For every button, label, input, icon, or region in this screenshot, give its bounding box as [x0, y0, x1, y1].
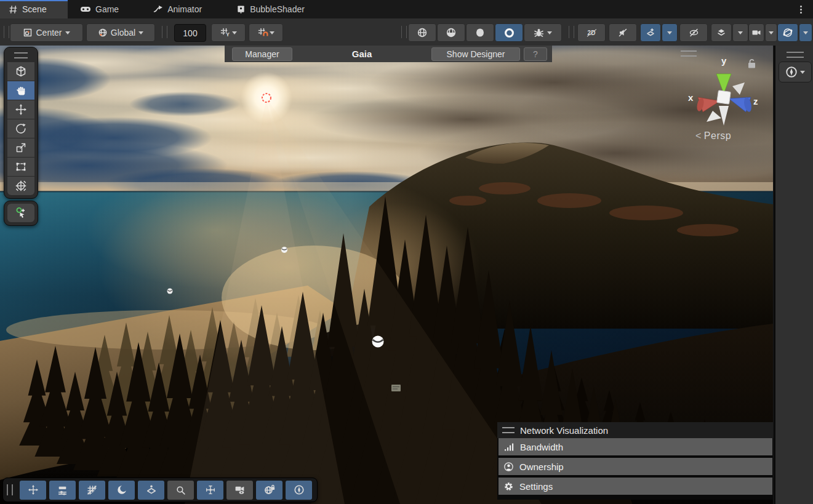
axis-x-label: x — [688, 92, 694, 103]
overlay-properties-button[interactable] — [49, 481, 76, 500]
network-drag-handle[interactable] — [502, 427, 515, 433]
tools-overlay — [4, 47, 38, 226]
gaia-title: Gaia — [292, 49, 431, 59]
scene-visibility-button[interactable] — [679, 23, 708, 42]
transform-tool-button[interactable] — [7, 177, 34, 195]
wireframe-sphere-icon — [417, 27, 428, 38]
bandwidth-bars-icon — [503, 442, 515, 452]
scale-tool-button[interactable] — [7, 138, 34, 157]
add-gameobject-tool-button[interactable] — [7, 204, 34, 222]
shaded-ring-icon — [503, 27, 515, 39]
network-ownership-button[interactable]: Ownership — [499, 458, 772, 475]
gaia-help-button[interactable]: ? — [524, 47, 547, 61]
probe-gizmo-icon[interactable] — [281, 247, 287, 253]
rotate-tool-button[interactable] — [7, 119, 34, 138]
scene-viewport[interactable]: Manager Gaia Show Designer ? — [0, 46, 773, 504]
camera-dropdown[interactable] — [765, 23, 777, 42]
scene-effects-button[interactable] — [711, 23, 732, 42]
snap-increment-input[interactable]: 100 — [174, 24, 206, 42]
tab-game[interactable]: Game — [71, 0, 127, 18]
tab-scene[interactable]: Scene — [0, 0, 68, 18]
gaia-show-designer-button[interactable]: Show Designer — [431, 47, 520, 61]
probe-gizmo-icon[interactable] — [167, 289, 173, 294]
network-settings-button[interactable]: Settings — [499, 478, 772, 495]
scene-gizmo-globe-icon — [782, 27, 793, 38]
toggle-audio-button[interactable] — [609, 23, 637, 42]
hand-icon — [15, 85, 27, 97]
chevron-down-icon — [547, 31, 552, 37]
chevron-down-icon — [803, 31, 808, 37]
tab-animator[interactable]: Animator — [145, 0, 210, 18]
view-tool-button[interactable] — [7, 62, 34, 81]
gaia-manager-button[interactable]: Manager — [232, 47, 292, 61]
toolbar-drag-handle[interactable] — [4, 26, 9, 38]
orientation-mode-label: Global — [111, 28, 135, 38]
scene-grid-icon — [9, 5, 18, 14]
overlay-pivot-button[interactable] — [197, 481, 223, 500]
pivot-cross-icon — [205, 484, 216, 495]
scale-icon — [15, 142, 27, 154]
gaia-overlay-bar: Manager Gaia Show Designer ? — [225, 46, 552, 62]
grid-snap-magnet-icon — [258, 28, 268, 38]
overlay-search-button[interactable] — [167, 481, 194, 500]
probe-gizmo-icon[interactable] — [372, 336, 384, 348]
tools-drag-handle[interactable] — [14, 52, 28, 58]
overlay-move-button[interactable] — [20, 481, 46, 500]
layers-icon — [716, 28, 726, 38]
move-tool-button[interactable] — [7, 100, 34, 119]
grid-axis-dropdown[interactable]: Y — [211, 23, 246, 42]
camera-eye-icon — [234, 484, 246, 495]
strip-compass-dropdown[interactable] — [779, 62, 812, 82]
overlay-shading-button[interactable] — [108, 481, 135, 500]
axis-z-label: z — [753, 96, 758, 106]
scene-camera-button[interactable] — [748, 23, 764, 42]
network-visualization-panel: Network Visualization Bandwidth Ownershi… — [497, 422, 773, 500]
axis-cones[interactable] — [695, 74, 752, 126]
overlay-world-lock-button[interactable] — [256, 481, 282, 500]
unlock-icon[interactable] — [748, 60, 755, 68]
overlay-grid-button[interactable] — [79, 481, 105, 500]
effects-group — [711, 23, 748, 42]
toggle-lighting-button[interactable] — [640, 23, 661, 42]
overlay-layers-button[interactable] — [138, 481, 164, 500]
compass-icon — [294, 484, 305, 495]
overlay-compass-button[interactable] — [286, 481, 312, 500]
gizmo-drag-handle[interactable] — [681, 50, 697, 57]
grid-axis-y-icon: Y — [220, 28, 231, 38]
overlays-drag-handle[interactable] — [7, 484, 13, 495]
globe-icon — [98, 28, 108, 38]
compass-icon — [785, 66, 798, 78]
snap-value: 100 — [183, 28, 197, 38]
orientation-mode-dropdown[interactable]: Global — [86, 23, 155, 42]
pivot-mode-dropdown[interactable]: Center — [10, 23, 83, 42]
lighting-group — [640, 23, 678, 42]
rotate-icon — [15, 122, 27, 135]
rect-tool-button[interactable] — [7, 158, 34, 176]
pivot-mode-label: Center — [36, 28, 62, 38]
grid-snap-dropdown[interactable] — [249, 23, 283, 42]
two-d-icon: 2D — [588, 30, 596, 36]
gizmos-toggle-button[interactable] — [777, 23, 798, 42]
terrain-gizmo-icon[interactable] — [391, 385, 401, 391]
view-cube-icon — [15, 65, 27, 78]
shading-wireframe-button[interactable] — [408, 23, 436, 42]
shading-current-mode-button[interactable] — [495, 23, 523, 42]
shading-shaded-wire-button[interactable] — [437, 23, 465, 42]
chevron-down-icon — [270, 31, 274, 37]
shading-solid-button[interactable] — [466, 23, 494, 42]
debug-draw-mode-dropdown[interactable] — [524, 23, 562, 42]
tab-bubbleshader[interactable]: BubbleShader — [228, 0, 313, 18]
toggle-2d-button[interactable]: 2D — [577, 23, 606, 42]
network-bandwidth-button[interactable]: Bandwidth — [499, 438, 772, 455]
hand-tool-button[interactable] — [7, 81, 34, 100]
projection-mode-label[interactable]: <Persp — [695, 130, 731, 142]
overlay-camera-button[interactable] — [226, 481, 253, 500]
strip-drag-handle[interactable] — [787, 52, 804, 58]
effects-dropdown[interactable] — [732, 23, 748, 42]
network-panel-header: Network Visualization — [497, 422, 773, 438]
window-menu-kebab-icon[interactable] — [796, 3, 806, 15]
lighting-dropdown[interactable] — [662, 23, 678, 42]
debug-bug-icon — [534, 28, 544, 38]
gizmos-dropdown[interactable] — [799, 23, 812, 42]
layers-diamond-icon — [146, 484, 157, 495]
